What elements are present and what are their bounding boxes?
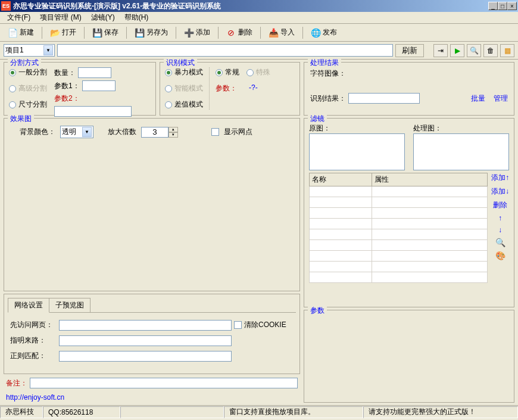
result-groupbox: 处理结果 字符图像： 识别结果： 批量 管理	[304, 62, 514, 116]
window-title: 亦思专业验证码识别系统-[演示版] v2.61-最专业的验证码识别系统	[13, 1, 488, 11]
add-up-button[interactable]: 添加↑	[491, 173, 509, 183]
table-row[interactable]	[310, 251, 488, 262]
saveas-icon: 💾	[135, 28, 144, 38]
spin-up[interactable]: ▴	[168, 127, 178, 132]
table-row[interactable]	[310, 219, 488, 229]
zoom-input[interactable]	[141, 127, 168, 138]
table-row[interactable]	[310, 197, 488, 208]
mode-param-value[interactable]: -?-	[249, 83, 258, 94]
params-groupbox: 参数	[304, 310, 514, 403]
move-down-button[interactable]: ↓	[498, 226, 502, 234]
regex-label: 正则匹配：	[10, 351, 57, 361]
status-qq: QQ:85626118	[43, 406, 120, 418]
search-icon[interactable]: 🔍	[495, 238, 505, 247]
save-button[interactable]: 💾保存	[88, 25, 123, 40]
play-button[interactable]: ▶	[450, 44, 464, 57]
split-size-radio[interactable]: 尺寸分割	[9, 99, 47, 110]
table-row[interactable]	[310, 262, 488, 272]
recog-input[interactable]	[348, 93, 420, 104]
app-icon: ES	[1, 1, 11, 11]
add-down-button[interactable]: 添加↓	[491, 186, 509, 197]
menu-filter[interactable]: 滤镜(Y)	[86, 11, 120, 24]
clearcookie-checkbox[interactable]	[234, 321, 242, 329]
qty-input[interactable]	[78, 67, 111, 78]
mode-brute-radio[interactable]: 暴力模式	[165, 67, 203, 77]
status-company: 亦思科技	[0, 406, 43, 418]
referer-input[interactable]	[59, 335, 232, 346]
param2-input[interactable]	[54, 106, 132, 117]
split-normal-radio[interactable]: 一般分割	[9, 67, 47, 77]
del-button[interactable]: 删除	[493, 200, 507, 210]
recog-label: 识别结果：	[310, 94, 346, 104]
titlebar: ES 亦思专业验证码识别系统-[演示版] v2.61-最专业的验证码识别系统 _…	[0, 0, 518, 12]
open-button[interactable]: 📂打开	[46, 25, 80, 40]
batch-link[interactable]: 批量	[471, 94, 485, 104]
menu-file[interactable]: 文件(F)	[2, 11, 35, 24]
chevron-down-icon[interactable]: ▼	[43, 45, 53, 55]
tool2-button[interactable]: 🗑	[483, 44, 498, 57]
mode-special-radio[interactable]: 特殊	[246, 67, 270, 77]
maximize-button[interactable]: □	[498, 2, 507, 10]
tab-preview[interactable]: 子预览图	[49, 298, 91, 312]
minimize-button[interactable]: _	[488, 2, 498, 10]
menu-project[interactable]: 项目管理 (M)	[35, 11, 86, 24]
tab-net[interactable]: 网络设置	[8, 298, 49, 313]
move-up-button[interactable]: ↑	[498, 214, 502, 222]
mode-normal-radio[interactable]: 常规	[216, 67, 239, 77]
menubar: 文件(F) 项目管理 (M) 滤镜(Y) 帮助(H)	[0, 12, 518, 24]
table-row[interactable]	[310, 208, 488, 219]
effect-groupbox: 效果图 背景颜色： 透明▼ 放大倍数 ▴▾ 显示网点	[4, 118, 300, 291]
net-panel: 网络设置 子预览图 先访问网页： 清除COOKIE 指明来路： 正则匹配：	[4, 294, 300, 374]
mode-title: 识别模式	[164, 58, 197, 68]
param2-label: 参数2：	[54, 94, 80, 104]
table-row[interactable]	[310, 229, 488, 240]
import-button[interactable]: 📥导入	[264, 25, 299, 40]
bgcolor-combo[interactable]: 透明▼	[60, 126, 93, 138]
tool1-button[interactable]: 🔍	[467, 44, 481, 57]
table-row[interactable]	[310, 240, 488, 251]
saveas-button[interactable]: 💾另存为	[130, 25, 172, 40]
col-attr[interactable]: 属性	[372, 173, 487, 186]
filter-table[interactable]: 名称属性	[309, 173, 488, 283]
split-advanced-radio[interactable]: 高级分割	[9, 83, 47, 94]
statusbar: 亦思科技 QQ:85626118 窗口支持直接拖放项目库。 请支持功能更完整强大…	[0, 405, 518, 418]
mode-param-label: 参数：	[216, 83, 237, 94]
goto-end-button[interactable]: ⇥	[433, 44, 448, 57]
param1-input[interactable]	[82, 80, 116, 91]
publish-button[interactable]: 🌐发布	[307, 25, 341, 40]
spin-down[interactable]: ▾	[168, 132, 178, 138]
effect-title: 效果图	[8, 114, 34, 124]
mode-diff-radio[interactable]: 差值模式	[165, 99, 203, 110]
publish-icon: 🌐	[311, 28, 320, 38]
showgrid-checkbox[interactable]	[211, 128, 219, 136]
tool3-button[interactable]: ▦	[500, 44, 514, 57]
chevron-down-icon[interactable]: ▼	[82, 127, 92, 137]
menu-help[interactable]: 帮助(H)	[120, 11, 154, 24]
new-button[interactable]: 📄新建	[4, 25, 38, 40]
zoom-spinner[interactable]: ▴▾	[141, 127, 178, 138]
website-link[interactable]: http://enjoy-soft.cn	[4, 392, 300, 403]
manage-link[interactable]: 管理	[494, 94, 508, 104]
delete-button[interactable]: ⊘删除	[222, 25, 257, 40]
mode-smart-radio[interactable]: 智能模式	[165, 83, 203, 94]
bgcolor-label: 背景颜色：	[20, 127, 55, 137]
table-row[interactable]	[310, 186, 488, 197]
mode-groupbox: 识别模式 暴力模式 智能模式 差值模式 常规 特殊 参数：-?-	[160, 62, 300, 116]
project-bar: 项目1▼ 刷新 ⇥ ▶ 🔍 🗑 ▦	[0, 42, 518, 60]
close-button[interactable]: ×	[507, 2, 517, 10]
col-name[interactable]: 名称	[310, 173, 372, 186]
zoom-label: 放大倍数	[108, 127, 136, 137]
orig-label: 原图：	[309, 123, 405, 133]
regex-input[interactable]	[59, 351, 232, 362]
refresh-button[interactable]: 刷新	[395, 44, 424, 57]
status-tip2: 请支持功能更完整强大的正式版！	[363, 406, 518, 418]
url-input[interactable]	[59, 320, 232, 331]
project-combo[interactable]: 项目1▼	[4, 44, 55, 57]
qty-label: 数量：	[54, 68, 76, 78]
project-path-input[interactable]	[57, 44, 393, 57]
remark-input[interactable]	[30, 378, 298, 388]
params-title: 参数	[308, 306, 327, 316]
palette-icon[interactable]: 🎨	[495, 251, 505, 260]
table-row[interactable]	[310, 272, 488, 283]
add-button[interactable]: ➕添加	[180, 25, 214, 40]
